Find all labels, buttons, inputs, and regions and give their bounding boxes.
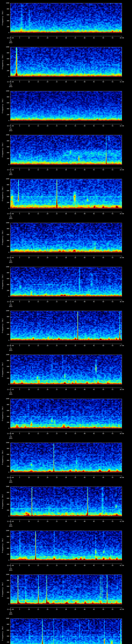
x-axis-tick bbox=[103, 432, 104, 433]
y-tick-label-800: 800 bbox=[4, 580, 9, 581]
y-tick-label-600: 600 bbox=[4, 14, 9, 16]
y-tick-label-600: 600 bbox=[4, 410, 9, 411]
x-tick-label: 45 bbox=[91, 257, 97, 258]
x-axis-tick bbox=[103, 168, 104, 169]
y-tick-label-400: 400 bbox=[4, 460, 9, 461]
y-tick-label-1000: 1000 bbox=[4, 46, 9, 48]
spectrogram-heatmap bbox=[10, 47, 122, 77]
x-tick-label: 20 bbox=[44, 125, 50, 126]
y-tick-label-1000: 1000 bbox=[4, 442, 9, 443]
x-tick-label: 50 bbox=[100, 521, 106, 522]
x-tick-label: 50 bbox=[100, 81, 106, 82]
x-tick-label: 35 bbox=[72, 213, 78, 214]
x-tick-label: 5 bbox=[17, 81, 22, 82]
y-tick-label-800: 800 bbox=[4, 316, 9, 317]
date-year: 2015 bbox=[8, 174, 14, 175]
x-tick-label-end-time: 35:00 bbox=[119, 257, 125, 258]
spectrogram-panel: Frequency (Hz) 1000 800 600 400 200 0 13… bbox=[0, 484, 132, 528]
date-day: 5 bbox=[8, 522, 14, 524]
x-tick-label: 15 bbox=[35, 37, 41, 39]
x-tick-label: 15 bbox=[35, 477, 41, 478]
x-tick-label-start-time: 13:35:00 bbox=[5, 301, 16, 302]
x-tick-label: 10 bbox=[26, 345, 32, 346]
y-tick-label-400: 400 bbox=[4, 416, 9, 417]
y-tick-label-800: 800 bbox=[4, 184, 9, 186]
x-tick-label-start-time: 13:33:00 bbox=[5, 213, 16, 214]
x-axis-tick bbox=[20, 168, 20, 169]
y-axis-title: Frequency (Hz) bbox=[2, 230, 4, 245]
x-tick-label: 5 bbox=[17, 433, 22, 434]
spectrogram-panel: Frequency (Hz) 1000 800 600 400 200 0 13… bbox=[0, 352, 132, 396]
y-tick-label-0: 0 bbox=[4, 76, 9, 77]
x-tick-label: 25 bbox=[54, 345, 60, 346]
x-tick-label-start-time: 13:31:00 bbox=[5, 125, 16, 126]
x-axis-tick bbox=[103, 256, 104, 257]
x-axis-tick bbox=[112, 520, 113, 520]
y-tick-label-600: 600 bbox=[4, 322, 9, 323]
date-year: 2015 bbox=[8, 262, 14, 263]
x-tick-label: 40 bbox=[82, 521, 88, 522]
date-month: Jun bbox=[8, 128, 14, 130]
spectrogram-heatmap bbox=[10, 355, 122, 384]
x-axis-tick bbox=[103, 520, 104, 520]
date-day: 5 bbox=[8, 259, 14, 260]
spectrogram-panel: Frequency (Hz) 1000 800 600 400 200 0 13… bbox=[0, 0, 132, 44]
x-axis-tick bbox=[112, 344, 113, 345]
x-tick-label: 20 bbox=[44, 345, 50, 346]
spectrogram-heatmap bbox=[10, 486, 122, 516]
x-tick-label: 30 bbox=[63, 477, 69, 478]
y-tick-label-1000: 1000 bbox=[4, 486, 9, 487]
y-tick-label-1000: 1000 bbox=[4, 2, 9, 4]
y-tick-label-1000: 1000 bbox=[4, 222, 9, 224]
y-tick-label-800: 800 bbox=[4, 360, 9, 361]
x-tick-label-start-time: 13:29:00 bbox=[5, 37, 16, 39]
x-axis-tick bbox=[20, 300, 20, 301]
y-tick-label-200: 200 bbox=[4, 246, 9, 247]
x-tick-label-end-time: 31:00 bbox=[119, 81, 125, 82]
x-tick-label: 15 bbox=[35, 81, 41, 82]
x-tick-label-start-time: 13:41:00 bbox=[5, 565, 16, 566]
x-tick-label: 45 bbox=[91, 565, 97, 566]
date-month: Jun bbox=[8, 348, 14, 350]
y-tick-label-400: 400 bbox=[4, 152, 9, 154]
x-axis-tick bbox=[112, 80, 113, 81]
spectrogram-panel: Frequency (Hz) 1000 800 600 400 200 0 13… bbox=[0, 220, 132, 264]
x-tick-label: 15 bbox=[35, 213, 41, 214]
x-tick-label-end-time: 42:00 bbox=[119, 565, 125, 566]
spectrogram-heatmap bbox=[10, 3, 122, 33]
x-tick-label: 30 bbox=[63, 433, 69, 434]
x-tick-label: 10 bbox=[26, 301, 32, 302]
y-tick-label-400: 400 bbox=[4, 64, 9, 66]
y-tick-label-200: 200 bbox=[4, 422, 9, 423]
x-tick-label: 55 bbox=[110, 565, 115, 566]
x-tick-label: 25 bbox=[54, 609, 60, 610]
y-tick-label-800: 800 bbox=[4, 492, 9, 493]
x-tick-label: 45 bbox=[91, 213, 97, 214]
x-axis-tick bbox=[112, 36, 113, 37]
date-month: Jun bbox=[8, 216, 14, 218]
x-axis-tick bbox=[20, 388, 20, 388]
spectrogram-panel: Frequency (Hz) 1000 800 600 400 200 0 13… bbox=[0, 572, 132, 616]
date-year: 2015 bbox=[8, 306, 14, 307]
x-tick-label: 10 bbox=[26, 609, 32, 610]
date-year: 2015 bbox=[8, 86, 14, 87]
x-axis-tick bbox=[20, 520, 20, 520]
x-tick-label: 50 bbox=[100, 565, 106, 566]
x-tick-label: 40 bbox=[82, 169, 88, 170]
x-axis-tick bbox=[20, 124, 20, 125]
x-tick-label: 30 bbox=[63, 169, 69, 170]
y-axis-title: Frequency (Hz) bbox=[2, 10, 4, 25]
x-axis-tick bbox=[103, 124, 104, 125]
x-tick-label: 20 bbox=[44, 433, 50, 434]
x-tick-label: 25 bbox=[54, 389, 60, 390]
date-day: 5 bbox=[8, 83, 14, 84]
y-tick-label-600: 600 bbox=[4, 630, 9, 631]
x-tick-label: 25 bbox=[54, 213, 60, 214]
x-axis-tick bbox=[103, 476, 104, 476]
x-tick-label: 50 bbox=[100, 301, 106, 302]
spectrogram-heatmap bbox=[10, 135, 122, 165]
x-tick-label: 55 bbox=[110, 213, 115, 214]
date-year: 2015 bbox=[8, 438, 14, 439]
x-axis-tick bbox=[112, 124, 113, 125]
x-axis-tick bbox=[112, 256, 113, 257]
